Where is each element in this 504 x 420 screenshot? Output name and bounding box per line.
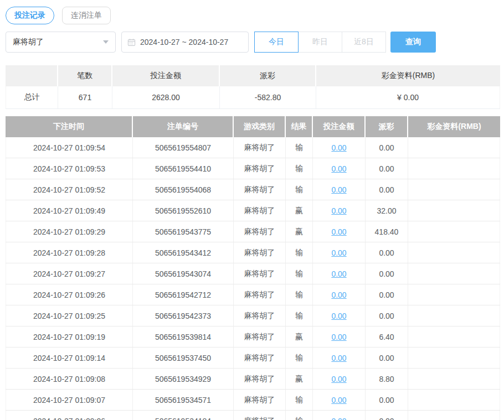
table-row: 2024-10-27 01:09:07 5065619534571 麻将胡了 输… [6, 390, 500, 411]
cell-jackpot [408, 390, 500, 410]
cell-jackpot [408, 200, 500, 221]
cell-bet-time: 2024-10-27 01:09:54 [6, 137, 133, 158]
bet-amount-link[interactable]: 0.00 [331, 185, 346, 194]
col-header-bet-time: 下注时间 [6, 116, 133, 137]
cell-bet-time: 2024-10-27 01:09:28 [6, 242, 133, 263]
cell-payout: 0.00 [366, 411, 408, 420]
cell-order-id: 5065619534571 [133, 390, 234, 410]
query-button[interactable]: 查询 [390, 32, 436, 53]
cell-game-type: 麻将胡了 [234, 158, 286, 179]
cell-bet-time: 2024-10-27 01:09:14 [6, 348, 133, 368]
col-header-payout: 派彩 [366, 116, 408, 137]
cell-result: 输 [286, 158, 313, 179]
bet-table-header-row: 下注时间 注单编号 游戏类别 结果 投注金额 派彩 彩金资料(RMB) [6, 116, 500, 137]
bet-amount-link[interactable]: 0.00 [331, 375, 346, 383]
cell-game-type: 麻将胡了 [234, 200, 286, 221]
quick-last8days-button[interactable]: 近8日 [342, 32, 386, 53]
col-header-bet-amount: 投注金额 [313, 116, 366, 137]
game-select[interactable]: 麻将胡了 [6, 32, 116, 53]
col-header-game-type: 游戏类别 [234, 116, 286, 137]
cell-game-type: 麻将胡了 [234, 369, 286, 389]
cell-bet-time: 2024-10-27 01:09:52 [6, 179, 133, 200]
bet-amount-link[interactable]: 0.00 [331, 248, 346, 257]
summary-header-count: 笔数 [58, 65, 112, 86]
cell-payout: 0.00 [366, 284, 408, 305]
bet-amount-link[interactable]: 0.00 [331, 143, 346, 152]
date-range-value: 2024-10-27 ~ 2024-10-27 [140, 38, 228, 46]
cell-order-id: 5065619537450 [133, 348, 234, 368]
bet-amount-link[interactable]: 0.00 [331, 396, 346, 405]
betting-records-page: 投注记录 连消注单 麻将胡了 2024-10-27 ~ 2024-10-27 今… [0, 0, 504, 420]
cell-bet-time: 2024-10-27 01:09:25 [6, 305, 133, 326]
cell-game-type: 麻将胡了 [234, 221, 286, 242]
cell-jackpot [408, 369, 500, 389]
cell-jackpot [408, 242, 500, 263]
cell-jackpot [408, 179, 500, 200]
cell-bet-time: 2024-10-27 01:09:07 [6, 390, 133, 410]
cell-result: 输 [286, 263, 313, 284]
cell-jackpot [408, 263, 500, 284]
summary-total-jackpot: ¥ 0.00 [316, 86, 500, 108]
tab-bet-records[interactable]: 投注记录 [6, 7, 54, 24]
summary-header-bet-amount: 投注金额 [112, 65, 220, 86]
cell-jackpot [408, 411, 500, 420]
bet-amount-link[interactable]: 0.00 [331, 269, 346, 278]
bet-amount-link[interactable]: 0.00 [331, 206, 346, 215]
cell-order-id: 5065619534929 [133, 369, 234, 389]
cell-game-type: 麻将胡了 [234, 284, 286, 305]
cell-game-type: 麻将胡了 [234, 137, 286, 158]
summary-header-jackpot: 彩金资料(RMB) [316, 65, 500, 86]
bet-amount-link[interactable]: 0.00 [331, 291, 346, 299]
calendar-icon [127, 38, 136, 46]
summary-total-payout: -582.80 [220, 86, 316, 108]
table-row: 2024-10-27 01:09:08 5065619534929 麻将胡了 赢… [6, 369, 500, 390]
cell-game-type: 麻将胡了 [234, 305, 286, 326]
table-row: 2024-10-27 01:09:26 5065619542712 麻将胡了 输… [6, 284, 500, 305]
cell-result: 输 [286, 284, 313, 305]
cell-order-id: 5065619542373 [133, 305, 234, 326]
tab-bar: 投注记录 连消注单 [6, 7, 500, 24]
table-row: 2024-10-27 01:09:25 5065619542373 麻将胡了 输… [6, 305, 500, 326]
cell-bet-time: 2024-10-27 01:09:06 [6, 411, 133, 420]
summary-total-bet-amount: 2628.00 [112, 86, 220, 108]
bet-amount-link[interactable]: 0.00 [331, 354, 346, 362]
game-select-value: 麻将胡了 [13, 37, 44, 47]
cell-result: 赢 [286, 200, 313, 221]
cell-order-id: 5065619554410 [133, 158, 234, 179]
table-row: 2024-10-27 01:09:28 5065619543412 麻将胡了 输… [6, 242, 500, 263]
summary-header-row: 笔数 投注金额 派彩 彩金资料(RMB) [6, 65, 500, 86]
cell-game-type: 麻将胡了 [234, 326, 286, 347]
table-row: 2024-10-27 01:09:52 5065619554068 麻将胡了 输… [6, 179, 500, 200]
cell-game-type: 麻将胡了 [234, 348, 286, 368]
summary-table: 笔数 投注金额 派彩 彩金资料(RMB) 总计 671 2628.00 -582… [6, 65, 500, 109]
quick-today-button[interactable]: 今日 [254, 32, 299, 53]
cell-result: 输 [286, 179, 313, 200]
cell-payout: 0.00 [366, 390, 408, 410]
bet-amount-link[interactable]: 0.00 [331, 164, 346, 173]
quick-yesterday-button[interactable]: 昨日 [298, 32, 342, 53]
col-header-order-id: 注单编号 [133, 116, 234, 137]
cell-result: 输 [286, 242, 313, 263]
col-header-result: 结果 [286, 116, 313, 137]
table-row: 2024-10-27 01:09:49 5065619552610 麻将胡了 赢… [6, 200, 500, 221]
cell-jackpot [408, 158, 500, 179]
cell-result: 输 [286, 137, 313, 158]
bet-amount-link[interactable]: 0.00 [331, 312, 346, 320]
cell-jackpot [408, 305, 500, 326]
bet-amount-link[interactable]: 0.00 [331, 417, 346, 420]
cell-game-type: 麻将胡了 [234, 179, 286, 200]
tab-cancelled-orders[interactable]: 连消注单 [62, 7, 111, 24]
bet-amount-link[interactable]: 0.00 [331, 227, 346, 236]
table-row: 2024-10-27 01:09:14 5065619537450 麻将胡了 输… [6, 348, 500, 369]
cell-result: 赢 [286, 326, 313, 347]
cell-result: 赢 [286, 369, 313, 389]
date-range-input[interactable]: 2024-10-27 ~ 2024-10-27 [121, 32, 249, 53]
cell-bet-time: 2024-10-27 01:09:27 [6, 263, 133, 284]
cell-payout: 0.00 [366, 348, 408, 368]
cell-order-id: 5065619554807 [133, 137, 234, 158]
cell-bet-time: 2024-10-27 01:09:53 [6, 158, 133, 179]
cell-order-id: 5065619543775 [133, 221, 234, 242]
cell-payout: 0.00 [366, 263, 408, 284]
bet-amount-link[interactable]: 0.00 [331, 333, 346, 341]
cell-result: 输 [286, 390, 313, 410]
